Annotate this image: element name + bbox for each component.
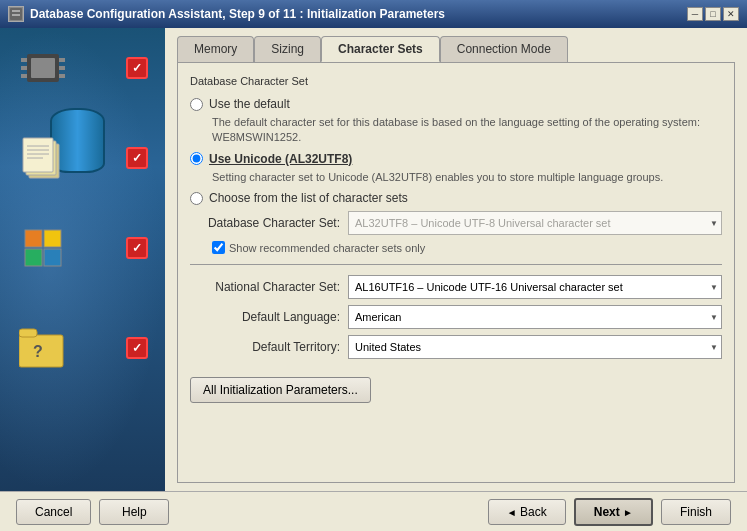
svg-rect-21 bbox=[44, 249, 61, 266]
default-language-label: Default Language: bbox=[190, 310, 340, 324]
bottom-bar: Cancel Help ◄ Back Next ► Finish bbox=[0, 491, 747, 531]
svg-rect-19 bbox=[44, 230, 61, 247]
national-char-set-select-wrapper: AL16UTF16 – Unicode UTF-16 Universal cha… bbox=[348, 275, 722, 299]
all-params-container: All Initialization Parameters... bbox=[190, 371, 722, 403]
wizard-item-4: ? ✓ bbox=[18, 326, 148, 370]
next-button[interactable]: Next ► bbox=[574, 498, 653, 526]
check-badge-1: ✓ bbox=[126, 57, 148, 79]
check-badge-3: ✓ bbox=[126, 237, 148, 259]
next-label: Next bbox=[594, 505, 620, 519]
wizard-panel: ✓ ✓ bbox=[0, 28, 165, 491]
radio-unicode-label[interactable]: Use Unicode (AL32UTF8) bbox=[209, 152, 352, 166]
svg-rect-5 bbox=[21, 66, 27, 70]
default-language-row: Default Language: American ▼ bbox=[190, 305, 722, 329]
cancel-button[interactable]: Cancel bbox=[16, 499, 91, 525]
finish-button[interactable]: Finish bbox=[661, 499, 731, 525]
wizard-item-2: ✓ bbox=[18, 136, 148, 180]
radio-choose-label[interactable]: Choose from the list of character sets bbox=[209, 191, 408, 205]
svg-rect-13 bbox=[23, 138, 53, 172]
default-territory-row: Default Territory: United States ▼ bbox=[190, 335, 722, 359]
main-content: ✓ ✓ bbox=[0, 28, 747, 491]
radio-default-desc: The default character set for this datab… bbox=[212, 115, 722, 146]
radio-unicode-row: Use Unicode (AL32UTF8) bbox=[190, 152, 722, 166]
section-title: Database Character Set bbox=[190, 75, 722, 87]
tab-connection-mode[interactable]: Connection Mode bbox=[440, 36, 568, 62]
radio-default[interactable] bbox=[190, 98, 203, 111]
app-icon bbox=[8, 6, 24, 22]
blocks-icon bbox=[18, 228, 68, 268]
default-language-select[interactable]: American bbox=[348, 305, 722, 329]
national-char-set-label: National Character Set: bbox=[190, 280, 340, 294]
svg-rect-18 bbox=[25, 230, 42, 247]
show-recommended-checkbox[interactable] bbox=[212, 241, 225, 254]
minimize-button[interactable]: ─ bbox=[687, 7, 703, 21]
back-arrow-icon: ◄ bbox=[507, 507, 517, 518]
svg-rect-20 bbox=[25, 249, 42, 266]
chip-icon bbox=[18, 48, 68, 88]
check-badge-2: ✓ bbox=[126, 147, 148, 169]
check-badge-4: ✓ bbox=[126, 337, 148, 359]
maximize-button[interactable]: □ bbox=[705, 7, 721, 21]
default-territory-select-wrapper: United States ▼ bbox=[348, 335, 722, 359]
wizard-item-3: ✓ bbox=[18, 228, 148, 268]
national-char-set-select[interactable]: AL16UTF16 – Unicode UTF-16 Universal cha… bbox=[348, 275, 722, 299]
window-title: Database Configuration Assistant, Step 9… bbox=[30, 7, 445, 21]
papers-icon bbox=[18, 136, 68, 180]
radio-unicode[interactable] bbox=[190, 152, 203, 165]
divider bbox=[190, 264, 722, 265]
db-char-set-select-wrapper: AL32UTF8 – Unicode UTF-8 Universal chara… bbox=[348, 211, 722, 235]
radio-unicode-desc: Setting character set to Unicode (AL32UT… bbox=[212, 170, 722, 185]
next-arrow-icon: ► bbox=[623, 507, 633, 518]
db-char-set-label: Database Character Set: bbox=[190, 216, 340, 230]
back-button[interactable]: ◄ Back bbox=[488, 499, 566, 525]
svg-rect-2 bbox=[12, 14, 20, 16]
radio-default-row: Use the default bbox=[190, 97, 722, 111]
tab-character-sets[interactable]: Character Sets bbox=[321, 36, 440, 62]
national-char-set-row: National Character Set: AL16UTF16 – Unic… bbox=[190, 275, 722, 299]
tabs-container: Memory Sizing Character Sets Connection … bbox=[177, 36, 735, 62]
window-frame: Database Configuration Assistant, Step 9… bbox=[0, 0, 747, 531]
title-bar-left: Database Configuration Assistant, Step 9… bbox=[8, 6, 445, 22]
radio-default-label[interactable]: Use the default bbox=[209, 97, 290, 111]
svg-rect-4 bbox=[21, 58, 27, 62]
folder-icon: ? bbox=[18, 326, 68, 370]
radio-choose[interactable] bbox=[190, 192, 203, 205]
svg-text:?: ? bbox=[33, 343, 43, 360]
db-char-set-select[interactable]: AL32UTF8 – Unicode UTF-8 Universal chara… bbox=[348, 211, 722, 235]
tab-content: Database Character Set Use the default T… bbox=[177, 62, 735, 483]
window-controls: ─ □ ✕ bbox=[687, 7, 739, 21]
wizard-item-1: ✓ bbox=[18, 48, 148, 88]
svg-rect-9 bbox=[59, 74, 65, 78]
tab-memory[interactable]: Memory bbox=[177, 36, 254, 62]
right-panel: Memory Sizing Character Sets Connection … bbox=[165, 28, 747, 491]
bottom-left-buttons: Cancel Help bbox=[16, 499, 169, 525]
default-territory-label: Default Territory: bbox=[190, 340, 340, 354]
tab-sizing[interactable]: Sizing bbox=[254, 36, 321, 62]
show-recommended-label[interactable]: Show recommended character sets only bbox=[229, 242, 425, 254]
help-button[interactable]: Help bbox=[99, 499, 169, 525]
svg-rect-7 bbox=[59, 58, 65, 62]
title-bar: Database Configuration Assistant, Step 9… bbox=[0, 0, 747, 28]
default-territory-select[interactable]: United States bbox=[348, 335, 722, 359]
close-button[interactable]: ✕ bbox=[723, 7, 739, 21]
show-recommended-row: Show recommended character sets only bbox=[212, 241, 722, 254]
all-params-button[interactable]: All Initialization Parameters... bbox=[190, 377, 371, 403]
svg-rect-1 bbox=[12, 10, 20, 12]
radio-choose-row: Choose from the list of character sets bbox=[190, 191, 722, 205]
default-language-select-wrapper: American ▼ bbox=[348, 305, 722, 329]
svg-rect-23 bbox=[19, 329, 37, 337]
back-label: Back bbox=[520, 505, 547, 519]
db-char-set-row: Database Character Set: AL32UTF8 – Unico… bbox=[190, 211, 722, 235]
svg-rect-10 bbox=[31, 58, 55, 78]
svg-rect-8 bbox=[59, 66, 65, 70]
svg-rect-6 bbox=[21, 74, 27, 78]
bottom-right-buttons: ◄ Back Next ► Finish bbox=[488, 498, 731, 526]
